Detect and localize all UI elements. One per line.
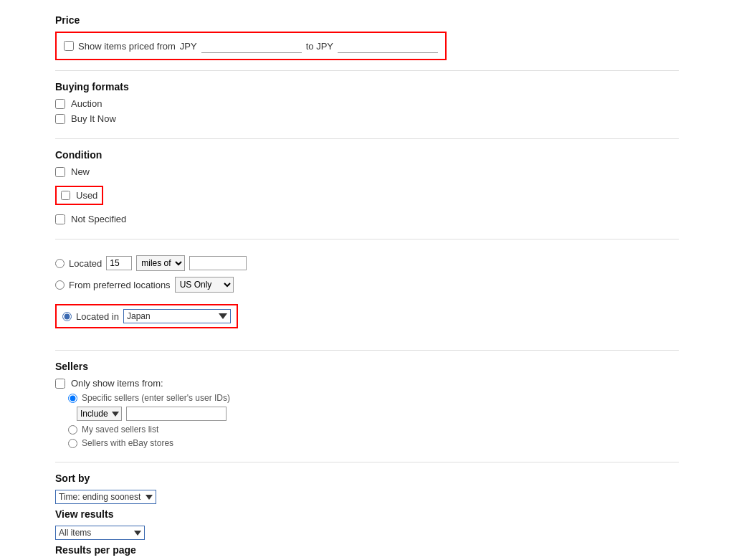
used-row: Used xyxy=(55,181,679,209)
ebay-stores-row: Sellers with eBay stores xyxy=(68,438,679,448)
used-label: Used xyxy=(76,190,97,201)
sort-by-row: Time: ending soonest Time: newly listed … xyxy=(55,490,679,504)
located-label: Located xyxy=(69,258,102,269)
price-section-title: Price xyxy=(55,14,679,26)
only-show-items-row: Only show items from: xyxy=(55,378,679,389)
location-text-input[interactable] xyxy=(189,256,247,270)
buy-it-now-checkbox[interactable] xyxy=(55,114,65,124)
price-to-input[interactable] xyxy=(338,39,438,53)
located-in-label: Located in xyxy=(76,311,119,322)
my-saved-sellers-row: My saved sellers list xyxy=(68,424,679,435)
currency-from-label: JPY xyxy=(180,41,197,52)
preferred-locations-radio[interactable] xyxy=(55,280,65,290)
not-specified-label: Not Specified xyxy=(71,214,126,224)
view-results-title: View results xyxy=(55,508,679,520)
sellers-section-title: Sellers xyxy=(55,361,679,372)
my-saved-sellers-radio[interactable] xyxy=(68,425,77,435)
auction-label: Auction xyxy=(71,98,102,109)
sort-by-title: Sort by xyxy=(55,473,679,484)
buy-it-now-row: Buy It Now xyxy=(55,113,679,124)
preferred-locations-label: From preferred locations xyxy=(69,280,171,290)
new-row: New xyxy=(55,166,679,177)
buying-formats-title: Buying formats xyxy=(55,81,679,92)
miles-select[interactable]: miles of xyxy=(136,255,185,271)
price-to-label: to JPY xyxy=(306,41,333,52)
located-radio[interactable] xyxy=(55,259,65,268)
buy-it-now-label: Buy It Now xyxy=(71,113,116,124)
auction-checkbox[interactable] xyxy=(55,99,65,109)
preferred-locations-row: From preferred locations US Only Worldwi… xyxy=(55,277,679,293)
new-checkbox[interactable] xyxy=(55,167,65,177)
only-show-items-checkbox[interactable] xyxy=(55,379,65,389)
only-show-items-label: Only show items from: xyxy=(71,378,163,389)
show-items-priced-checkbox[interactable] xyxy=(64,41,74,51)
auction-row: Auction xyxy=(55,98,679,109)
include-select[interactable]: Include Exclude xyxy=(77,407,122,421)
include-row: Include Exclude xyxy=(77,407,679,421)
not-specified-row: Not Specified xyxy=(55,214,679,224)
specific-sellers-radio[interactable] xyxy=(68,394,77,403)
price-row: Show items priced from JPY to JPY xyxy=(55,32,447,60)
price-from-input[interactable] xyxy=(201,39,302,53)
located-in-radio[interactable] xyxy=(62,312,72,321)
view-results-select[interactable]: All items Completed listings Sold listin… xyxy=(55,526,145,540)
results-per-page-title: Results per page xyxy=(55,544,679,556)
located-in-row: Located in Japan United States China Ger… xyxy=(55,304,238,328)
used-checkbox[interactable] xyxy=(61,191,70,200)
new-label: New xyxy=(71,166,90,177)
preferred-locations-select[interactable]: US Only Worldwide xyxy=(175,277,234,293)
view-results-row: All items Completed listings Sold listin… xyxy=(55,526,679,540)
located-in-select[interactable]: Japan United States China Germany United… xyxy=(123,309,231,323)
ebay-stores-radio[interactable] xyxy=(68,439,77,448)
specific-sellers-row: Specific sellers (enter seller's user ID… xyxy=(68,393,679,403)
include-text-input[interactable] xyxy=(126,407,227,421)
show-items-label: Show items priced from xyxy=(78,41,176,52)
my-saved-sellers-label: My saved sellers list xyxy=(82,424,158,435)
ebay-stores-label: Sellers with eBay stores xyxy=(82,438,173,448)
sort-select[interactable]: Time: ending soonest Time: newly listed … xyxy=(55,490,156,504)
condition-section-title: Condition xyxy=(55,149,679,161)
specific-sellers-label: Specific sellers (enter seller's user ID… xyxy=(82,393,230,403)
not-specified-checkbox[interactable] xyxy=(55,214,65,224)
located-row: Located miles of xyxy=(55,255,679,271)
miles-input[interactable] xyxy=(106,256,132,270)
